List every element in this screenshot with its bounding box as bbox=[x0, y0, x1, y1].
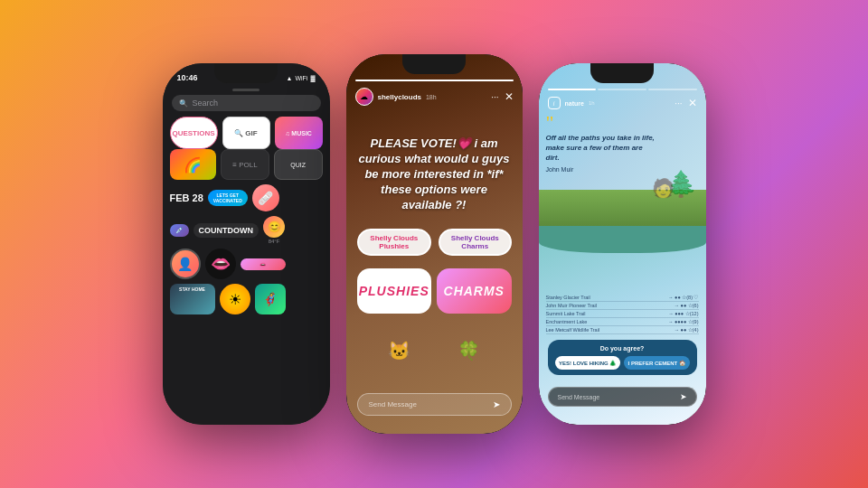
poll-button-charms[interactable]: CHARMS bbox=[437, 268, 512, 314]
notch-center bbox=[402, 54, 466, 74]
vote-main-text: PLEASE VOTE!💗 i am curious what would u … bbox=[357, 136, 512, 212]
list-item-5: Lee Metcalf Wildlife Trail → ●● ☆(4) bbox=[546, 326, 699, 334]
story-actions-right: ··· ✕ bbox=[675, 97, 696, 109]
charm-icon-1: 🐱 bbox=[388, 340, 410, 361]
sticker-row-3: FEB 28 LETS GET VACCINATED 🩹 bbox=[170, 184, 323, 211]
send-icon[interactable]: ➤ bbox=[493, 399, 500, 409]
quote-author: John Muir bbox=[546, 166, 656, 173]
send-message-text: Send Message bbox=[369, 400, 417, 408]
poll-option-badges: Shelly Clouds Plushies Shelly Clouds Cha… bbox=[346, 221, 523, 263]
close-icon[interactable]: ✕ bbox=[505, 90, 514, 103]
time-left: 10:46 bbox=[177, 73, 198, 82]
sticker-row-2: 🌈 ≡ POLL QUIZ bbox=[170, 149, 323, 180]
sticker-mouth[interactable]: 👄 bbox=[205, 249, 236, 279]
poll-no-button[interactable]: I PREFER CEMENT 🏠 bbox=[624, 356, 690, 370]
phone-left: 10:46 ▲ WiFi ▓ 🔍 Search QU bbox=[163, 63, 330, 425]
send-message-text-right: Send Message bbox=[558, 394, 600, 400]
sticker-picker-screen: 10:46 ▲ WiFi ▓ 🔍 Search QU bbox=[163, 63, 330, 425]
sticker-row-1: QUESTIONS 🔍GIF ♫ MUSIC bbox=[163, 117, 330, 149]
sticker-sun[interactable]: ☀ bbox=[220, 284, 250, 314]
list-item-1: Stanley Glacier Trail → ●● ☆(8) ♡ bbox=[546, 294, 699, 302]
charm-icon-2: 🍀 bbox=[458, 340, 480, 361]
right-story-username: nature bbox=[565, 100, 584, 107]
hiker-illustration: 🧑 bbox=[652, 177, 675, 199]
vote-text-block: PLEASE VOTE!💗 i am curious what would u … bbox=[346, 109, 523, 221]
search-icon: 🔍 bbox=[179, 99, 188, 108]
phones-container: 10:46 ▲ WiFi ▓ 🔍 Search QU bbox=[163, 0, 706, 488]
option-plushies-badge[interactable]: Shelly Clouds Plushies bbox=[357, 229, 432, 256]
poll-question-right: Do you agree? bbox=[555, 345, 690, 352]
phone-right: 🌲 🧑 bbox=[539, 63, 706, 425]
list-item-4: Enchantment Lake → ●●●● ☆(9) bbox=[546, 318, 699, 326]
sticker-quiz[interactable]: QUIZ bbox=[274, 149, 323, 180]
date-sticker: FEB 28 bbox=[170, 192, 203, 203]
story-user-row: ☁ shellyclouds 18h bbox=[355, 88, 437, 106]
send-message-bar-right[interactable]: Send Message ➤ bbox=[548, 387, 697, 407]
wifi-icon-left: WiFi bbox=[295, 75, 307, 81]
poll-button-plushies[interactable]: PLUSHIES bbox=[357, 268, 432, 314]
story-actions: ··· ✕ bbox=[491, 90, 513, 103]
story-content-center: ☁ shellyclouds 18h ··· ✕ PLEASE VOTE!💗 i… bbox=[346, 54, 523, 434]
notch-right bbox=[590, 63, 654, 83]
story-screen-right: 🌲 🧑 bbox=[539, 63, 706, 425]
sticker-plaster[interactable]: 🩹 bbox=[252, 184, 279, 211]
progress-bar-right-1 bbox=[548, 89, 597, 90]
sticker-gif[interactable]: 🔍GIF bbox=[222, 117, 270, 149]
send-icon-right[interactable]: ➤ bbox=[680, 392, 687, 401]
quote-text: Off all the paths you take in life, make… bbox=[546, 133, 656, 164]
poll-big-buttons: PLUSHIES CHARMS bbox=[346, 263, 523, 319]
wave-shape bbox=[539, 226, 706, 253]
sticker-selfie[interactable]: 😊 84°F bbox=[263, 216, 285, 244]
story-header-right: i nature 1h ··· ✕ bbox=[539, 93, 706, 113]
option-charms-badge[interactable]: Shelly Clouds Charms bbox=[439, 229, 511, 256]
progress-bar-1 bbox=[355, 80, 514, 81]
status-icons-left: ▲ WiFi ▓ bbox=[286, 75, 315, 81]
sticker-avatar[interactable]: 👤 bbox=[170, 249, 201, 279]
sticker-questions[interactable]: QUESTIONS bbox=[170, 117, 218, 149]
phone-left-screen: 10:46 ▲ WiFi ▓ 🔍 Search QU bbox=[163, 63, 330, 425]
signal-icon-left: ▲ bbox=[286, 75, 292, 81]
search-placeholder: Search bbox=[193, 99, 219, 108]
progress-bar-right-2 bbox=[598, 89, 646, 90]
sticker-row-6: STAY HOME ☀ 🦸 bbox=[170, 284, 323, 314]
story-time: 18h bbox=[426, 94, 437, 100]
story-avatar: ☁ bbox=[355, 88, 373, 106]
story-username: shellyclouds bbox=[378, 93, 421, 101]
close-icon-right[interactable]: ✕ bbox=[688, 97, 697, 109]
drag-handle bbox=[232, 89, 259, 91]
more-icon-right[interactable]: ··· bbox=[675, 99, 682, 108]
quote-block-right: " Off all the paths you take in life, ma… bbox=[546, 113, 656, 173]
battery-icon-left: ▓ bbox=[310, 75, 315, 81]
sticker-row-4: 💉 COUNTDOWN 😊 84°F bbox=[170, 216, 323, 244]
sticker-music[interactable]: ♫ MUSIC bbox=[275, 117, 323, 149]
story-decorations: 🐱 🍀 bbox=[346, 340, 523, 361]
poll-yes-button[interactable]: YES! LOVE HIKING 🌲 bbox=[555, 356, 621, 370]
sticker-small-business[interactable]: STAY HOME bbox=[170, 284, 215, 314]
list-item-3: Summit Lake Trail → ●●● ☆(12) bbox=[546, 310, 699, 318]
right-story-time: 1h bbox=[589, 100, 595, 106]
poll-buttons-right: YES! LOVE HIKING 🌲 I PREFER CEMENT 🏠 bbox=[555, 356, 690, 370]
story-screen-center: ☁ shellyclouds 18h ··· ✕ PLEASE VOTE!💗 i… bbox=[346, 54, 523, 434]
notch-left bbox=[214, 63, 278, 83]
sticker-countdown[interactable]: 💉 bbox=[170, 224, 189, 237]
selfie-icon: 😊 bbox=[263, 216, 285, 238]
quote-mark: " bbox=[546, 113, 656, 133]
sticker-cartoon[interactable]: 🦸 bbox=[255, 284, 286, 314]
story-user-row-right: i nature 1h bbox=[548, 97, 595, 109]
right-story-logo: i bbox=[548, 97, 561, 109]
sticker-gradient[interactable]: 🌈 bbox=[170, 149, 217, 180]
sticker-stay-home[interactable]: 👄 bbox=[241, 258, 286, 270]
phone-center: ☁ shellyclouds 18h ··· ✕ PLEASE VOTE!💗 i… bbox=[346, 54, 523, 434]
sticker-temperature[interactable]: COUNTDOWN bbox=[193, 223, 259, 238]
more-icon[interactable]: ··· bbox=[491, 92, 498, 102]
sticker-vaccinated[interactable]: LETS GET VACCINATED bbox=[208, 190, 248, 206]
sticker-poll[interactable]: ≡ POLL bbox=[221, 149, 269, 180]
list-item-2: John Muir Pioneer Trail → ●● ☆(6) bbox=[546, 302, 699, 310]
sticker-row-5: 👤 👄 👄 bbox=[170, 249, 323, 279]
list-section-right: Stanley Glacier Trail → ●● ☆(8) ♡ John M… bbox=[539, 294, 706, 334]
send-message-bar-center[interactable]: Send Message ➤ bbox=[357, 393, 512, 416]
sticker-search-bar[interactable]: 🔍 Search bbox=[172, 95, 321, 111]
story-header-center: ☁ shellyclouds 18h ··· ✕ bbox=[346, 84, 523, 109]
phone-center-screen: ☁ shellyclouds 18h ··· ✕ PLEASE VOTE!💗 i… bbox=[346, 54, 523, 434]
phone-right-screen: 🌲 🧑 bbox=[539, 63, 706, 425]
